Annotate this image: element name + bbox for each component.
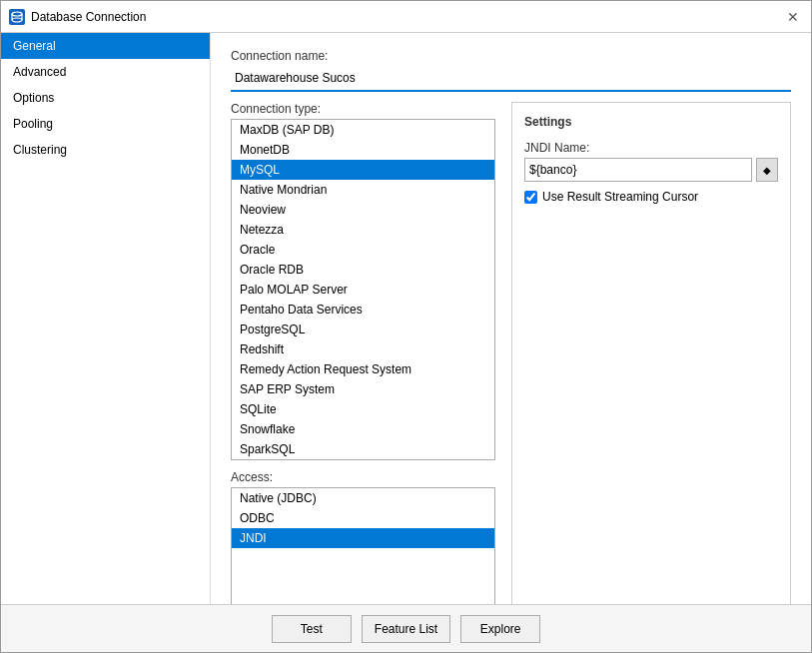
access-section: Access: Native (JDBC)ODBCJNDI <box>231 470 495 604</box>
connection-type-item[interactable]: PostgreSQL <box>232 320 494 339</box>
sidebar-item-pooling[interactable]: Pooling <box>1 111 210 137</box>
jndi-name-section: JNDI Name: ◆ <box>524 141 778 182</box>
settings-title: Settings <box>524 115 778 129</box>
connection-name-label: Connection name: <box>231 49 791 63</box>
two-column-section: Connection type: MaxDB (SAP DB)MonetDBMy… <box>231 102 791 604</box>
connection-name-input[interactable] <box>231 66 791 92</box>
sidebar-item-general[interactable]: General <box>1 33 210 59</box>
connection-type-item[interactable]: Oracle <box>232 240 494 260</box>
jndi-name-input[interactable] <box>524 158 752 182</box>
left-column: Connection type: MaxDB (SAP DB)MonetDBMy… <box>231 102 495 604</box>
connection-type-item[interactable]: Native Mondrian <box>232 180 494 200</box>
feature-list-button[interactable]: Feature List <box>362 615 450 643</box>
connection-type-item[interactable]: Neoview <box>232 200 494 220</box>
main-content: GeneralAdvancedOptionsPoolingClustering … <box>1 33 811 604</box>
svg-point-3 <box>12 18 22 22</box>
connection-type-item[interactable]: Oracle RDB <box>232 260 494 280</box>
access-label: Access: <box>231 470 495 484</box>
content-area: Connection name: Connection type: MaxDB … <box>211 33 811 604</box>
connection-type-item[interactable]: Snowflake <box>232 419 494 439</box>
database-connection-window: Database Connection ✕ GeneralAdvancedOpt… <box>0 0 812 653</box>
access-type-item[interactable]: ODBC <box>232 508 494 528</box>
connection-type-item[interactable]: SparkSQL <box>232 439 494 459</box>
test-button[interactable]: Test <box>272 615 352 643</box>
connection-type-item[interactable]: SAP ERP System <box>232 379 494 399</box>
footer: Test Feature List Explore <box>1 604 811 652</box>
jndi-browse-button[interactable]: ◆ <box>756 158 778 182</box>
connection-type-item[interactable]: SQLite <box>232 399 494 419</box>
connection-type-item[interactable]: Redshift <box>232 339 494 359</box>
access-list[interactable]: Native (JDBC)ODBCJNDI <box>231 487 495 604</box>
settings-panel: Settings JNDI Name: ◆ Use Result Streami… <box>511 102 791 604</box>
connection-type-item[interactable]: MonetDB <box>232 140 494 160</box>
connection-type-item[interactable]: MaxDB (SAP DB) <box>232 120 494 140</box>
streaming-cursor-checkbox-row[interactable]: Use Result Streaming Cursor <box>524 190 778 204</box>
explore-button[interactable]: Explore <box>460 615 540 643</box>
connection-type-item[interactable]: Palo MOLAP Server <box>232 280 494 300</box>
close-button[interactable]: ✕ <box>783 7 803 27</box>
access-type-item[interactable]: Native (JDBC) <box>232 488 494 508</box>
connection-name-section: Connection name: <box>231 49 791 92</box>
sidebar-item-clustering[interactable]: Clustering <box>1 137 210 163</box>
connection-type-item[interactable]: Pentaho Data Services <box>232 300 494 320</box>
sidebar-item-options[interactable]: Options <box>1 85 210 111</box>
connection-type-item[interactable]: Netezza <box>232 220 494 240</box>
streaming-cursor-label: Use Result Streaming Cursor <box>542 190 698 204</box>
svg-point-0 <box>12 12 22 16</box>
title-bar-left: Database Connection <box>9 9 146 25</box>
streaming-cursor-checkbox[interactable] <box>524 191 537 204</box>
connection-type-label: Connection type: <box>231 102 495 116</box>
access-type-item[interactable]: JNDI <box>232 528 494 548</box>
window-icon <box>9 9 25 25</box>
title-bar: Database Connection ✕ <box>1 1 811 33</box>
connection-type-list[interactable]: MaxDB (SAP DB)MonetDBMySQLNative Mondria… <box>231 119 495 460</box>
sidebar-item-advanced[interactable]: Advanced <box>1 59 210 85</box>
jndi-input-row: ◆ <box>524 158 778 182</box>
connection-type-item[interactable]: MySQL <box>232 160 494 180</box>
jndi-name-label: JNDI Name: <box>524 141 778 155</box>
jndi-browse-icon: ◆ <box>763 165 771 176</box>
sidebar: GeneralAdvancedOptionsPoolingClustering <box>1 33 211 604</box>
connection-type-section: Connection type: MaxDB (SAP DB)MonetDBMy… <box>231 102 495 460</box>
connection-type-item[interactable]: Remedy Action Request System <box>232 359 494 379</box>
window-title: Database Connection <box>31 10 146 24</box>
